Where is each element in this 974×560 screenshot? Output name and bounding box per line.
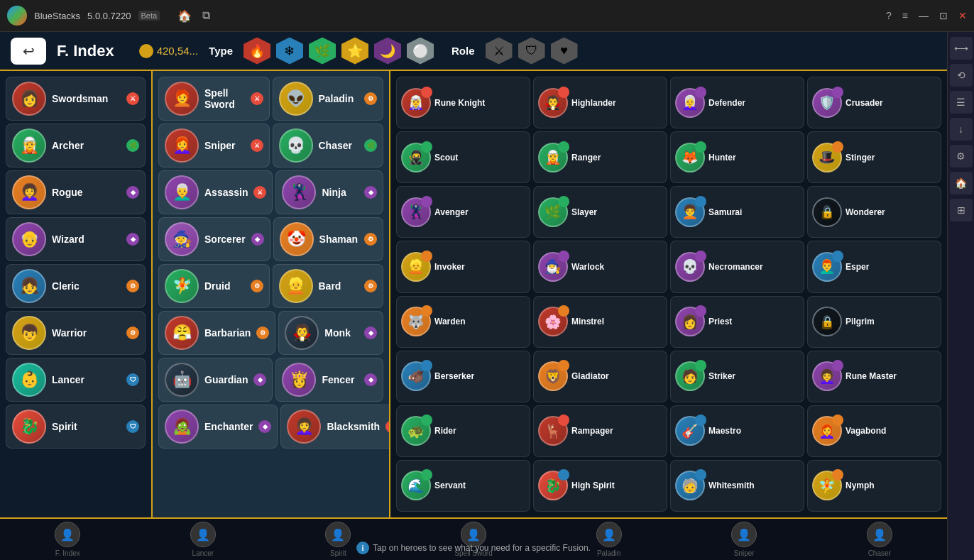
sidebar-home-icon[interactable]: 🏠 <box>950 172 973 194</box>
back-button[interactable]: ↩ <box>11 38 46 65</box>
list-item[interactable]: 👩Priest <box>670 296 804 348</box>
sidebar-settings-icon[interactable]: ⚙ <box>950 145 973 168</box>
character-name: Minstrel <box>571 317 604 326</box>
list-item[interactable]: 👱Invoker <box>396 241 530 292</box>
list-item[interactable]: 🧛Highlander <box>533 77 667 128</box>
copy-icon[interactable]: ⧉ <box>202 9 210 23</box>
list-item[interactable]: 🐉High Spirit <box>533 460 667 512</box>
avatar: 🐢 <box>401 416 431 446</box>
list-item[interactable]: 🧙Sorcerer◆ <box>158 217 270 261</box>
list-item[interactable]: 💀Chaser🌿 <box>273 123 384 168</box>
type-water-button[interactable]: ❄ <box>276 38 303 65</box>
role-support-button[interactable]: ♥ <box>551 38 578 65</box>
list-item[interactable]: 🌿Slayer <box>533 186 667 238</box>
bottom-bar-item[interactable]: 👤Chaser <box>811 518 947 560</box>
list-item[interactable]: 🦹Ninja◆ <box>275 170 383 214</box>
avatar: 🤖 <box>165 363 199 397</box>
list-item[interactable]: 😤Barbarian⚙ <box>158 311 275 355</box>
sidebar-sync-icon[interactable]: ⟲ <box>950 64 973 87</box>
type-light-button[interactable]: ⭐ <box>341 38 368 65</box>
list-item[interactable]: 👧Cleric⚙ <box>6 264 146 308</box>
list-item[interactable]: 👩‍🦱Rogue◆ <box>6 170 146 214</box>
list-item[interactable]: 🧑Striker <box>670 351 804 402</box>
list-item[interactable]: 🤡Shaman⚙ <box>273 217 383 261</box>
close-icon[interactable]: ✕ <box>958 10 967 21</box>
list-item[interactable]: 🥷Scout <box>396 131 530 183</box>
home-icon[interactable]: 🏠 <box>177 9 192 23</box>
list-item[interactable]: 🔒🔒Pilgrim <box>807 296 941 348</box>
list-item[interactable]: 🧑‍🦱Samurai <box>670 186 804 238</box>
character-badge: ◆ <box>126 186 139 199</box>
sidebar-list-icon[interactable]: ☰ <box>950 91 973 114</box>
avatar: 🔒🔒 <box>812 307 842 336</box>
list-item[interactable]: 🌊Servant <box>396 460 530 512</box>
list-item[interactable]: 🧝Archer🌿 <box>6 123 146 168</box>
menu-icon[interactable]: ≡ <box>902 10 908 21</box>
list-item[interactable]: 🧓Whitesmith <box>670 460 804 512</box>
avatar: 👱 <box>401 252 431 282</box>
sidebar-expand-icon[interactable]: ⟷ <box>950 37 973 60</box>
role-defense-button[interactable]: 🛡 <box>518 38 545 65</box>
type-fire-button[interactable]: 🔥 <box>244 38 270 65</box>
list-item[interactable]: 🧝‍♀️Rune Knight <box>396 77 530 128</box>
bottom-bar-item[interactable]: 👤Lancer <box>136 518 271 560</box>
list-item[interactable]: 🧚Druid⚙ <box>158 264 270 308</box>
list-item[interactable]: 👩‍🦳Defender <box>670 77 804 128</box>
list-item[interactable]: 🧛Monk◆ <box>278 311 383 355</box>
help-icon[interactable]: ? <box>886 10 892 21</box>
sidebar-grid-icon[interactable]: ⊞ <box>950 199 973 221</box>
type-neutral-button[interactable]: ⚪ <box>407 38 434 65</box>
list-item[interactable]: 👸Fencer◆ <box>275 358 383 402</box>
list-item[interactable]: 🐺Warden <box>396 296 530 348</box>
type-earth-button[interactable]: 🌿 <box>309 38 336 65</box>
list-item[interactable]: 👩‍🦱Rune Master <box>807 351 941 402</box>
list-item[interactable]: 👦Warrior⚙ <box>6 311 146 355</box>
app-version: 5.0.0.7220 <box>87 11 131 21</box>
character-badge: ◆ <box>364 373 377 386</box>
avatar: 🧚 <box>812 471 842 500</box>
list-item[interactable]: 👱Bard⚙ <box>273 264 384 308</box>
list-item[interactable]: 👴Wizard◆ <box>6 217 146 261</box>
list-item[interactable]: 🐉Spirit🛡 <box>6 405 146 449</box>
avatar: 👱 <box>279 269 313 303</box>
list-item[interactable]: 👩‍🦱Blacksmith⚔ <box>280 405 389 449</box>
list-item[interactable]: 🔒🔒Wonderer <box>807 186 941 238</box>
minimize-icon[interactable]: — <box>919 10 929 21</box>
list-item[interactable]: 🌸Minstrel <box>533 296 667 348</box>
list-item[interactable]: 🤖Guardian◆ <box>158 358 273 402</box>
bottom-bar-item[interactable]: 👤Sniper <box>677 518 812 560</box>
list-item[interactable]: 🧑‍🦰Spell Sword⚔ <box>158 77 270 121</box>
avatar: 👩‍🦰 <box>812 416 842 446</box>
list-item[interactable]: 🛡️Crusader <box>807 77 941 128</box>
list-item[interactable]: 🧝Ranger <box>533 131 667 183</box>
list-item[interactable]: 🎩Stinger <box>807 131 941 183</box>
list-item[interactable]: 💀Necromancer <box>670 241 804 292</box>
list-item[interactable]: 🦹Avenger <box>396 186 530 238</box>
list-item[interactable]: 🦌Rampager <box>533 405 667 457</box>
list-item[interactable]: 👽Paladin⚙ <box>273 77 384 121</box>
character-name: Nymph <box>846 481 875 490</box>
list-item[interactable]: 🐗Berserker <box>396 351 530 402</box>
list-item[interactable]: 👩Swordsman⚔ <box>6 77 146 121</box>
list-item[interactable]: 👩‍🦰Vagabond <box>807 405 941 457</box>
type-dark-button[interactable]: 🌙 <box>374 38 401 65</box>
list-item[interactable]: 🐢Rider <box>396 405 530 457</box>
maximize-icon[interactable]: ⊡ <box>939 10 948 21</box>
list-item[interactable]: 👨‍🦳Assassin⚔ <box>158 170 273 214</box>
character-name: Rune Knight <box>434 98 485 108</box>
list-item[interactable]: 🧙‍♂️Warlock <box>533 241 667 292</box>
list-item[interactable]: 👶Lancer🛡 <box>6 358 146 402</box>
bottom-bar-item[interactable]: 👤F. Index <box>0 518 136 560</box>
list-item[interactable]: 🦁Gladiator <box>533 351 667 402</box>
list-item[interactable]: 🧟Enchanter◆ <box>158 405 278 449</box>
sidebar-download-icon[interactable]: ↓ <box>950 118 973 141</box>
list-item[interactable]: 👨‍🦰Esper <box>807 241 941 292</box>
character-name: Cleric <box>52 280 80 292</box>
avatar: 🦹 <box>401 197 431 227</box>
avatar: 🐉 <box>538 471 568 500</box>
role-attack-button[interactable]: ⚔ <box>486 38 513 65</box>
list-item[interactable]: 🦊Hunter <box>670 131 804 183</box>
list-item[interactable]: 👩‍🦰Sniper⚔ <box>158 123 270 168</box>
list-item[interactable]: 🎸Maestro <box>670 405 804 457</box>
list-item[interactable]: 🧚Nymph <box>807 460 941 512</box>
